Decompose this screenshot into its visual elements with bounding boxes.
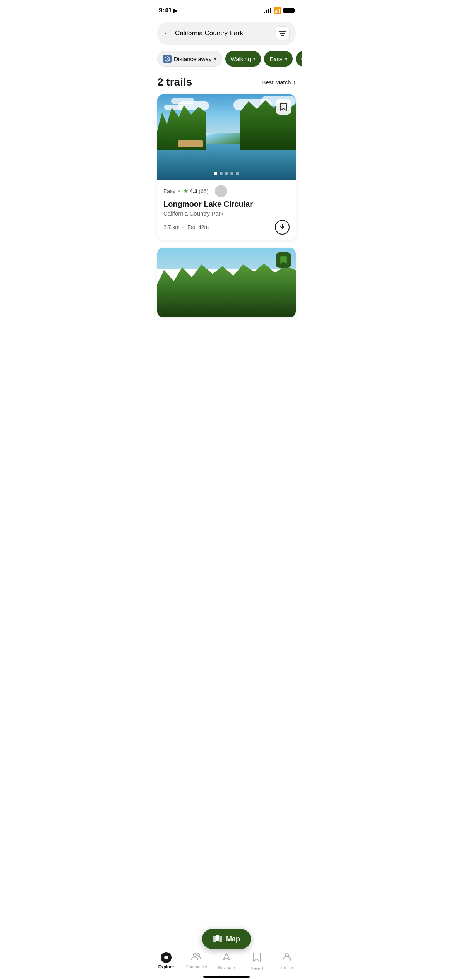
trails-count: 2 trails (157, 76, 192, 88)
user-avatar-1 (215, 185, 227, 197)
walking-chevron: ▾ (253, 57, 256, 62)
battery-icon (283, 8, 294, 13)
easy-label: Easy (269, 56, 282, 62)
trail-card-2[interactable] (157, 248, 296, 317)
trail-image-2 (157, 248, 296, 317)
distance-icon: + (163, 55, 172, 63)
rating-1: 4.3 (190, 188, 197, 194)
rating-count-1: (65) (199, 188, 209, 194)
separator-dot-1: · (183, 224, 184, 230)
dot-3 (225, 172, 228, 175)
filter-distance[interactable]: + Distance away ▾ (157, 51, 222, 67)
trail-card-1[interactable]: Easy ★ 4.3 (65) Longmoor Lake Circular C… (157, 94, 296, 240)
easy-chevron: ▾ (285, 57, 287, 62)
trail-meta-1: Easy ★ 4.3 (65) (163, 185, 290, 197)
search-query[interactable]: California Country Park (175, 29, 272, 37)
trees-layer-2 (157, 262, 296, 317)
trail-stats-1: 2.7 km · Est. 42m (163, 220, 290, 235)
trail-name-1[interactable]: Longmoor Lake Circular (163, 200, 290, 209)
bookmark-icon-2 (280, 256, 287, 264)
cloud-3 (164, 105, 184, 110)
sky-layer-2 (157, 248, 296, 269)
time-display: 9:41 (159, 7, 172, 14)
dot-5 (236, 172, 239, 175)
signal-bar-3 (268, 9, 269, 13)
sort-icon: ↕ (293, 79, 296, 86)
status-bar: 9:41 ▶ 📶 (151, 0, 302, 19)
filter-icon (279, 30, 286, 36)
trails-header: 2 trails Best Match ↕ (151, 73, 302, 94)
bookmark-icon-1 (280, 103, 287, 111)
trail-distance-1: 2.7 km · Est. 42m (163, 224, 209, 230)
sort-button[interactable]: Best Match ↕ (262, 79, 296, 86)
difficulty-1: Easy (163, 188, 175, 194)
dot-4 (230, 172, 233, 175)
filter-button[interactable] (276, 26, 290, 40)
trail-info-1: Easy ★ 4.3 (65) Longmoor Lake Circular C… (157, 180, 296, 240)
filter-walking[interactable]: Walking ▾ (225, 51, 261, 67)
distance-chevron: ▾ (214, 57, 216, 62)
separator-1 (178, 190, 180, 192)
signal-bar-2 (266, 10, 267, 13)
bookmark-button-2[interactable] (276, 252, 291, 268)
dot-1 (214, 172, 217, 175)
star-icon-1: ★ (183, 188, 188, 195)
svg-text:+: + (166, 58, 168, 60)
location-arrow-icon: ▶ (173, 8, 177, 14)
status-time: 9:41 ▶ (159, 7, 177, 14)
dock (178, 140, 203, 147)
signal-bar-4 (270, 8, 271, 13)
download-button-1[interactable] (275, 220, 290, 235)
search-bar-container: ← California Country Park (151, 19, 302, 50)
trail-image-1 (157, 94, 296, 180)
battery-fill (284, 9, 293, 12)
signal-bar-1 (264, 12, 265, 13)
signal-icon (264, 8, 271, 13)
walking-label: Walking (231, 56, 251, 62)
image-dots (214, 172, 239, 175)
bookmark-button-1[interactable] (276, 99, 291, 115)
distance-value-1: 2.7 km (163, 224, 180, 230)
time-value-1: Est. 42m (187, 224, 209, 230)
status-icons: 📶 (264, 7, 294, 14)
search-bar[interactable]: ← California Country Park (157, 22, 296, 45)
rating-row-1: ★ 4.3 (65) (183, 188, 208, 195)
download-icon-1 (279, 224, 285, 231)
back-button[interactable]: ← (163, 29, 171, 38)
trail-location-1: California Country Park (163, 210, 290, 217)
sort-label: Best Match (262, 79, 291, 86)
wifi-icon: 📶 (273, 7, 281, 14)
filter-easy[interactable]: Easy ▾ (264, 51, 292, 67)
dot-2 (220, 172, 223, 175)
km-label: 0 km (301, 56, 302, 62)
filter-distance-km[interactable]: 0 km ▾ (296, 51, 302, 67)
cloud-2 (171, 98, 194, 104)
distance-label: Distance away (174, 56, 212, 62)
filter-pills: + Distance away ▾ Walking ▾ Easy ▾ 0 km … (151, 50, 302, 73)
